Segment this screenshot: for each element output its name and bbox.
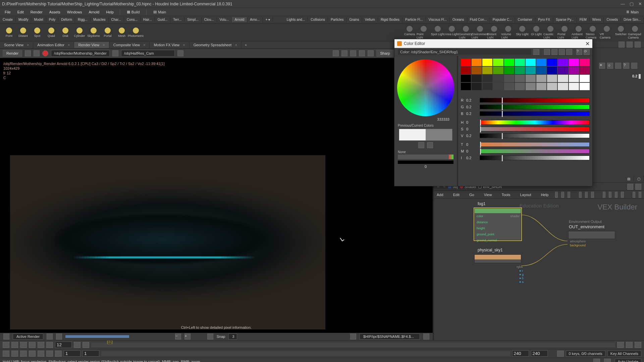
zoom-out-icon[interactable]: − (175, 334, 181, 340)
shelf-tab[interactable]: Deform (58, 17, 75, 22)
color-swatch[interactable] (472, 59, 482, 66)
status-film-icon[interactable] (604, 359, 611, 362)
tl-play-icon[interactable] (29, 342, 36, 348)
color-wheel-cursor[interactable] (425, 87, 427, 89)
channel-slider-s[interactable] (480, 127, 590, 131)
shelf-tab[interactable]: Volu... (217, 17, 232, 22)
tool-volume light[interactable]: Volume Light (501, 26, 515, 39)
window-close-icon[interactable]: ✕ (638, 1, 642, 6)
tool-switcher[interactable]: Switcher (614, 26, 628, 39)
ce-mode-d-icon[interactable] (566, 49, 572, 55)
tool-photometric[interactable]: Photometric (129, 27, 143, 38)
shelf-tab[interactable]: Particles (328, 17, 346, 22)
node-output-g[interactable]: ● g (519, 273, 524, 277)
tool-area light[interactable]: Area Light (445, 26, 459, 39)
color-wheel[interactable] (397, 59, 454, 116)
ce-help-icon[interactable]: ⟳ (584, 49, 590, 55)
ce-eyedropper-icon[interactable]: ? (576, 49, 582, 55)
network-view[interactable]: VEX Builder Education Edition fog1 color… (434, 199, 644, 340)
ce-mode-b-icon[interactable] (551, 49, 557, 55)
shelf-tab[interactable]: Lights and... (284, 17, 308, 22)
take-main-selector[interactable]: ≣ Main (623, 9, 642, 15)
tl-last-icon[interactable] (46, 342, 53, 348)
render-progress-bar[interactable] (65, 335, 172, 338)
shelf-tab[interactable]: Wires (590, 17, 604, 22)
slider-thumb[interactable] (480, 148, 481, 155)
param-pane-menu-icon[interactable] (627, 42, 633, 48)
net-layout-c-icon[interactable] (591, 192, 594, 198)
color-swatch[interactable] (569, 59, 579, 66)
shelf-tab[interactable]: Cons... (124, 17, 141, 22)
param-q-icon[interactable] (615, 63, 621, 69)
net-help-icon[interactable] (639, 192, 641, 198)
shelf-tab[interactable]: Crowds (604, 17, 621, 22)
tl-range-right-icon[interactable] (55, 351, 62, 357)
tl-next-icon[interactable] (38, 342, 44, 348)
timeline-range-ruler[interactable] (101, 351, 510, 356)
color-swatch[interactable] (569, 83, 579, 90)
param-slider-thumb[interactable] (639, 74, 641, 79)
color-swatch[interactable] (515, 83, 525, 90)
color-swatch[interactable] (504, 67, 514, 74)
color-swatch[interactable] (493, 59, 503, 66)
secondary-color-strip[interactable] (398, 155, 453, 159)
node-out-environment[interactable] (568, 231, 615, 239)
render-viewport[interactable]: /obj/Render/Mothership_Render Arnold 6.0… (0, 58, 433, 333)
tool-geometry light[interactable]: Geometry Light (459, 26, 473, 39)
shelf-tab[interactable]: FEM (577, 17, 590, 22)
color-swatch[interactable] (569, 67, 579, 74)
color-swatch[interactable] (536, 59, 546, 66)
color-swatch[interactable] (558, 83, 568, 90)
channel-slider-v[interactable] (480, 133, 590, 138)
network-menu-layout[interactable]: Layout (520, 193, 531, 197)
color-editor-close-icon[interactable]: ✕ (585, 41, 590, 47)
refresh-icon[interactable] (25, 50, 31, 56)
shelf-tab[interactable]: Drive Sim... (621, 17, 644, 22)
shelf-tab[interactable]: Populate C... (490, 17, 515, 22)
rop-path-field[interactable]: /obj/Render/Mothership_Render (51, 50, 110, 57)
channel-slider-b[interactable] (480, 111, 590, 116)
zoomfit-icon[interactable] (368, 50, 374, 56)
ce-pathmenu-icon[interactable] (533, 49, 539, 55)
shelf-tab[interactable]: Pyro FX (535, 17, 553, 22)
tool-sky light[interactable]: Sky Light (515, 26, 529, 39)
net-pin-icon[interactable] (627, 184, 633, 190)
channel-slider-t[interactable] (480, 142, 590, 147)
view-tab-motion fx view[interactable]: Motion FX View× (150, 42, 189, 48)
param-search-icon[interactable] (631, 63, 637, 69)
render-history-del-icon[interactable] (56, 334, 62, 340)
net-tool-b-icon[interactable] (561, 192, 564, 198)
color-swatch[interactable] (536, 75, 546, 82)
tool-vr camera[interactable]: VR Camera (600, 26, 614, 39)
zoom-icon[interactable] (359, 50, 365, 56)
ce-mode-c-icon[interactable] (559, 49, 565, 55)
channel-value-field[interactable]: 0 (466, 149, 478, 153)
color-swatch[interactable] (547, 67, 557, 74)
shelf-tab[interactable]: Viscous Fl... (426, 17, 450, 22)
tool-quad[interactable]: Quad (44, 27, 58, 38)
disk-icon[interactable] (423, 334, 429, 340)
menu-windows[interactable]: Windows (64, 9, 85, 15)
color-swatch[interactable] (482, 67, 492, 74)
tl-audio-icon[interactable] (635, 342, 641, 348)
screen-pick-icon[interactable] (418, 142, 424, 148)
color-swatch[interactable] (526, 59, 536, 66)
tl-loop-icon[interactable] (617, 342, 624, 348)
secondary-strip-swatch[interactable] (449, 155, 453, 159)
slider-thumb[interactable] (502, 133, 503, 139)
tool-mesh[interactable]: Mesh (115, 27, 129, 38)
color-swatch[interactable] (472, 83, 482, 90)
color-swatch[interactable] (482, 75, 492, 82)
current-color-swatch[interactable] (426, 129, 452, 140)
status-warn-icon[interactable] (593, 359, 600, 362)
timeline-ruler[interactable]: 12 (91, 343, 615, 347)
tool-gamepad camera[interactable]: Gamepad Camera (628, 26, 642, 39)
view-tab-geometry spreadsheet[interactable]: Geometry Spreadsheet× (190, 42, 241, 48)
tool-portal[interactable]: Portal (101, 27, 115, 38)
color-swatch[interactable] (580, 83, 590, 90)
tl-rend-field[interactable] (512, 350, 529, 357)
shelf-tab[interactable]: Muscles (91, 17, 109, 22)
tl-current-frame[interactable] (55, 342, 72, 348)
shelf-tab[interactable]: Modify (16, 17, 31, 22)
color-swatch[interactable] (493, 83, 503, 90)
